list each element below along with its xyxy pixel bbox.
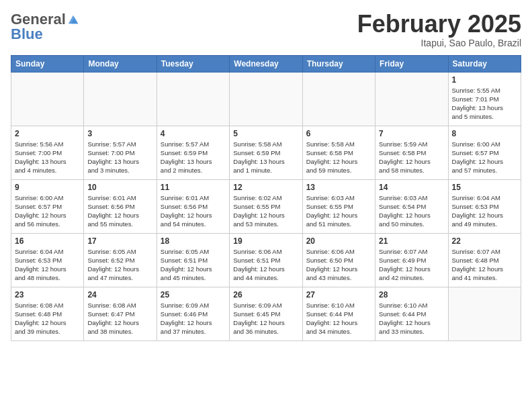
day-number: 21 [379,236,444,246]
title-area: February 2025 Itapui, Sao Paulo, Brazil [357,11,521,48]
day-info: Sunrise: 6:03 AM Sunset: 6:55 PM Dayligh… [306,193,371,229]
weekday-header-monday: Monday [84,55,157,72]
weekday-header-tuesday: Tuesday [157,55,229,72]
day-number: 17 [87,236,152,246]
weekday-header-sunday: Sunday [11,55,84,72]
day-info: Sunrise: 6:05 AM Sunset: 6:52 PM Dayligh… [87,247,152,283]
calendar-day: 7Sunrise: 5:59 AM Sunset: 6:58 PM Daylig… [375,126,448,179]
calendar-day: 18Sunrise: 6:05 AM Sunset: 6:51 PM Dayli… [157,233,229,287]
calendar-day: 20Sunrise: 6:06 AM Sunset: 6:50 PM Dayli… [302,233,375,287]
day-info: Sunrise: 5:58 AM Sunset: 6:59 PM Dayligh… [233,140,298,175]
calendar-week-1: 2Sunrise: 5:56 AM Sunset: 7:00 PM Daylig… [11,126,521,179]
day-number: 11 [161,183,226,192]
day-number: 15 [452,183,517,192]
calendar-table: SundayMondayTuesdayWednesdayThursdayFrid… [11,55,521,341]
day-info: Sunrise: 6:10 AM Sunset: 6:44 PM Dayligh… [306,301,371,336]
calendar-week-4: 23Sunrise: 6:08 AM Sunset: 6:48 PM Dayli… [11,287,521,340]
weekday-header-friday: Friday [375,55,448,72]
day-info: Sunrise: 5:56 AM Sunset: 7:00 PM Dayligh… [15,140,80,175]
calendar-day [84,72,157,126]
calendar-day: 17Sunrise: 6:05 AM Sunset: 6:52 PM Dayli… [84,233,157,287]
weekday-header-thursday: Thursday [302,55,375,72]
day-number: 14 [379,183,444,192]
day-info: Sunrise: 6:01 AM Sunset: 6:56 PM Dayligh… [161,193,226,229]
calendar-day [230,72,302,126]
calendar-day: 27Sunrise: 6:10 AM Sunset: 6:44 PM Dayli… [302,287,375,340]
day-number: 24 [87,290,152,300]
day-number: 3 [87,129,152,138]
day-number: 23 [15,290,80,300]
day-number: 10 [87,183,152,192]
day-number: 26 [233,290,298,300]
day-info: Sunrise: 6:05 AM Sunset: 6:51 PM Dayligh… [161,247,226,283]
calendar-day: 9Sunrise: 6:00 AM Sunset: 6:57 PM Daylig… [11,179,84,233]
weekday-header-saturday: Saturday [448,55,521,72]
month-title: February 2025 [357,11,521,38]
calendar-week-0: 1Sunrise: 5:55 AM Sunset: 7:01 PM Daylig… [11,72,521,126]
calendar-day: 2Sunrise: 5:56 AM Sunset: 7:00 PM Daylig… [11,126,84,179]
calendar-week-2: 9Sunrise: 6:00 AM Sunset: 6:57 PM Daylig… [11,179,521,233]
calendar-week-3: 16Sunrise: 6:04 AM Sunset: 6:53 PM Dayli… [11,233,521,287]
day-number: 13 [306,183,371,192]
day-number: 6 [306,129,371,138]
location-text: Itapui, Sao Paulo, Brazil [357,38,521,48]
calendar-day: 3Sunrise: 5:57 AM Sunset: 7:00 PM Daylig… [84,126,157,179]
calendar-day: 23Sunrise: 6:08 AM Sunset: 6:48 PM Dayli… [11,287,84,340]
calendar-day: 13Sunrise: 6:03 AM Sunset: 6:55 PM Dayli… [302,179,375,233]
calendar-day [157,72,229,126]
day-info: Sunrise: 5:58 AM Sunset: 6:58 PM Dayligh… [306,140,371,175]
day-info: Sunrise: 6:04 AM Sunset: 6:53 PM Dayligh… [15,247,80,283]
calendar-day: 26Sunrise: 6:09 AM Sunset: 6:45 PM Dayli… [230,287,302,340]
calendar-day: 11Sunrise: 6:01 AM Sunset: 6:56 PM Dayli… [157,179,229,233]
logo-icon [67,13,79,26]
day-info: Sunrise: 6:10 AM Sunset: 6:44 PM Dayligh… [379,301,444,336]
page-header: General Blue February 2025 Itapui, Sao P… [11,11,521,48]
weekday-header-wednesday: Wednesday [230,55,302,72]
calendar-day: 8Sunrise: 6:00 AM Sunset: 6:57 PM Daylig… [448,126,521,179]
day-info: Sunrise: 6:01 AM Sunset: 6:56 PM Dayligh… [87,193,152,229]
day-info: Sunrise: 6:09 AM Sunset: 6:46 PM Dayligh… [161,301,226,336]
day-info: Sunrise: 6:02 AM Sunset: 6:55 PM Dayligh… [233,193,298,229]
calendar-day [375,72,448,126]
calendar-day [11,72,84,126]
day-info: Sunrise: 5:55 AM Sunset: 7:01 PM Dayligh… [452,86,517,122]
day-info: Sunrise: 6:00 AM Sunset: 6:57 PM Dayligh… [452,140,517,175]
day-number: 28 [379,290,444,300]
day-number: 19 [233,236,298,246]
calendar-day: 21Sunrise: 6:07 AM Sunset: 6:49 PM Dayli… [375,233,448,287]
day-info: Sunrise: 6:00 AM Sunset: 6:57 PM Dayligh… [15,193,80,229]
calendar-day [448,287,521,340]
calendar-day: 25Sunrise: 6:09 AM Sunset: 6:46 PM Dayli… [157,287,229,340]
day-number: 5 [233,129,298,138]
day-number: 22 [452,236,517,246]
day-number: 27 [306,290,371,300]
day-number: 9 [15,183,80,192]
day-info: Sunrise: 6:09 AM Sunset: 6:45 PM Dayligh… [233,301,298,336]
day-info: Sunrise: 6:07 AM Sunset: 6:48 PM Dayligh… [452,247,517,283]
calendar-day: 22Sunrise: 6:07 AM Sunset: 6:48 PM Dayli… [448,233,521,287]
day-number: 16 [15,236,80,246]
day-number: 8 [452,129,517,138]
calendar-day: 4Sunrise: 5:57 AM Sunset: 6:59 PM Daylig… [157,126,229,179]
day-number: 4 [161,129,226,138]
day-info: Sunrise: 5:57 AM Sunset: 7:00 PM Dayligh… [87,140,152,175]
calendar-day [302,72,375,126]
logo-blue-text: Blue [11,26,43,42]
day-info: Sunrise: 6:08 AM Sunset: 6:47 PM Dayligh… [87,301,152,336]
day-info: Sunrise: 6:03 AM Sunset: 6:54 PM Dayligh… [379,193,444,229]
calendar-day: 10Sunrise: 6:01 AM Sunset: 6:56 PM Dayli… [84,179,157,233]
calendar-day: 5Sunrise: 5:58 AM Sunset: 6:59 PM Daylig… [230,126,302,179]
day-info: Sunrise: 6:07 AM Sunset: 6:49 PM Dayligh… [379,247,444,283]
day-info: Sunrise: 6:06 AM Sunset: 6:51 PM Dayligh… [233,247,298,283]
calendar-day: 15Sunrise: 6:04 AM Sunset: 6:53 PM Dayli… [448,179,521,233]
calendar-day: 14Sunrise: 6:03 AM Sunset: 6:54 PM Dayli… [375,179,448,233]
day-info: Sunrise: 6:08 AM Sunset: 6:48 PM Dayligh… [15,301,80,336]
calendar-day: 19Sunrise: 6:06 AM Sunset: 6:51 PM Dayli… [230,233,302,287]
day-info: Sunrise: 5:57 AM Sunset: 6:59 PM Dayligh… [161,140,226,175]
day-number: 2 [15,129,80,138]
logo: General Blue [11,11,79,43]
day-number: 25 [161,290,226,300]
day-info: Sunrise: 6:04 AM Sunset: 6:53 PM Dayligh… [452,193,517,229]
day-number: 7 [379,129,444,138]
day-number: 18 [161,236,226,246]
